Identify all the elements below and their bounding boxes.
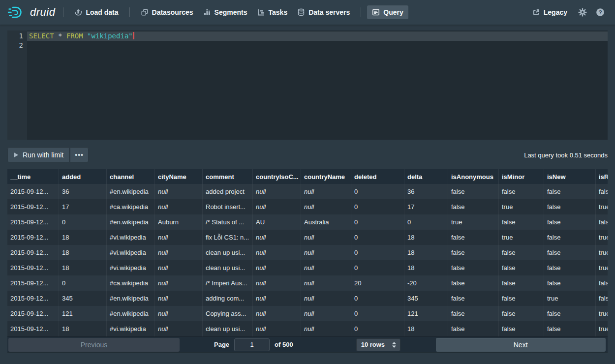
table-cell: -20 xyxy=(404,275,448,291)
table-cell: 2015-09-12... xyxy=(7,321,59,336)
page-number-input[interactable] xyxy=(234,338,270,351)
help-button[interactable]: ? xyxy=(593,5,608,20)
column-header[interactable]: isRobot xyxy=(596,169,608,184)
table-cell: 121 xyxy=(59,306,107,321)
column-header[interactable]: isNew xyxy=(544,169,596,184)
table-cell: 2015-09-12... xyxy=(7,275,59,291)
nav-item-datasources[interactable]: Datasources xyxy=(136,5,198,19)
table-cell: false xyxy=(596,275,608,291)
table-cell: 0 xyxy=(351,230,404,245)
nav-item-label: Data servers xyxy=(308,8,350,16)
table-cell: clean up usi... xyxy=(203,245,253,260)
column-header[interactable]: isAnonymous xyxy=(448,169,499,184)
table-cell: #ca.wikipedia xyxy=(107,275,155,291)
logo-text: druid xyxy=(30,6,55,19)
column-header[interactable]: __time xyxy=(7,169,59,184)
table-cell: #vi.wikipedia xyxy=(107,321,155,336)
table-cell: true xyxy=(596,245,608,260)
table-cell: 0 xyxy=(351,245,404,260)
table-cell: false xyxy=(544,245,596,260)
table-cell: null xyxy=(253,245,301,260)
settings-button[interactable] xyxy=(575,5,590,20)
nav-item-query[interactable]: Query xyxy=(367,5,408,19)
table-cell: 0 xyxy=(351,199,404,214)
page-label: Page xyxy=(214,341,229,348)
column-header[interactable]: countryName xyxy=(301,169,351,184)
datasources-icon xyxy=(141,8,149,16)
table-cell: 0 xyxy=(351,321,404,336)
table-cell: false xyxy=(596,184,608,199)
table-cell: true xyxy=(596,306,608,321)
druid-logo[interactable]: druid xyxy=(7,5,55,20)
column-header[interactable]: added xyxy=(59,169,107,184)
table-cell: false xyxy=(544,199,596,214)
table-cell: #en.wikipedia xyxy=(107,184,155,199)
upload-icon xyxy=(74,8,82,16)
legacy-button[interactable]: Legacy xyxy=(527,5,572,19)
run-button[interactable]: Run with limit xyxy=(7,148,69,162)
column-header[interactable]: delta xyxy=(404,169,448,184)
table-cell: false xyxy=(499,214,544,230)
sql-editor[interactable]: 1 2 SELECT * FROM "wikipedia" xyxy=(7,30,608,140)
column-header[interactable]: isMinor xyxy=(499,169,544,184)
table-cell: null xyxy=(253,321,301,336)
next-page-button[interactable]: Next xyxy=(436,338,606,352)
nav-item-segments[interactable]: Segments xyxy=(198,5,252,19)
nav-item-label: Tasks xyxy=(269,8,288,16)
nav-item-tasks[interactable]: Tasks xyxy=(252,5,293,19)
column-header[interactable]: countryIsoC... xyxy=(253,169,301,184)
table-cell: false xyxy=(448,260,499,275)
table-cell: #vi.wikipedia xyxy=(107,260,155,275)
column-header[interactable]: deleted xyxy=(351,169,404,184)
table-cell: /* Imperi Aus... xyxy=(203,275,253,291)
text-cursor xyxy=(133,32,134,39)
table-cell: true xyxy=(544,291,596,306)
code-line-1: SELECT * FROM "wikipedia" xyxy=(27,31,608,41)
table-cell: 2015-09-12... xyxy=(7,230,59,245)
table-cell: 345 xyxy=(404,291,448,306)
table-cell: false xyxy=(499,260,544,275)
table-cell: 2015-09-12... xyxy=(7,260,59,275)
nav-divider xyxy=(361,7,361,17)
table-cell: 2015-09-12... xyxy=(7,306,59,321)
segments-icon xyxy=(203,8,211,16)
table-cell: null xyxy=(253,291,301,306)
table-cell: null xyxy=(155,184,203,199)
table-row: 2015-09-12...18#vi.wikipedianullfix Lỗi … xyxy=(7,230,608,245)
rows-per-page-select[interactable]: 10 rows xyxy=(356,338,400,351)
table-cell: 18 xyxy=(404,245,448,260)
table-cell: false xyxy=(499,184,544,199)
column-header[interactable]: channel xyxy=(107,169,155,184)
table-cell: null xyxy=(301,260,351,275)
table-cell: 17 xyxy=(404,199,448,214)
table-cell: 2015-09-12... xyxy=(7,245,59,260)
nav-item-data-servers[interactable]: Data servers xyxy=(292,5,355,19)
table-cell: 18 xyxy=(404,260,448,275)
table-cell: false xyxy=(544,275,596,291)
table-cell: added project xyxy=(203,184,253,199)
navbar: druid Load data Datasources Segments xyxy=(0,0,615,25)
table-row: 2015-09-12...36#en.wikipedianulladded pr… xyxy=(7,184,608,199)
sql-token-plain xyxy=(83,32,87,40)
table-cell: true xyxy=(448,214,499,230)
results-table: __timeaddedchannelcityNamecommentcountry… xyxy=(7,169,608,336)
nav-item-label: Query xyxy=(383,8,403,16)
column-header[interactable]: cityName xyxy=(155,169,203,184)
table-cell: false xyxy=(448,199,499,214)
editor-code-area[interactable]: SELECT * FROM "wikipedia" xyxy=(27,30,608,140)
more-options-button[interactable]: ••• xyxy=(70,148,89,162)
table-cell: 18 xyxy=(59,321,107,336)
table-row: 2015-09-12...18#vi.wikipedianullclean up… xyxy=(7,260,608,275)
nav-item-load-data[interactable]: Load data xyxy=(69,5,123,19)
sql-token-plain xyxy=(54,32,58,40)
table-cell: null xyxy=(301,275,351,291)
column-header[interactable]: comment xyxy=(203,169,253,184)
previous-page-button[interactable]: Previous xyxy=(8,338,180,352)
double-caret-icon xyxy=(392,341,397,348)
table-row: 2015-09-12...18#vi.wikipedianullclean up… xyxy=(7,321,608,336)
table-cell: true xyxy=(596,321,608,336)
table-cell: false xyxy=(448,291,499,306)
table-cell: fix Lỗi CS1: n... xyxy=(203,230,253,245)
table-cell: 0 xyxy=(351,291,404,306)
nav-item-label: Segments xyxy=(215,8,247,16)
